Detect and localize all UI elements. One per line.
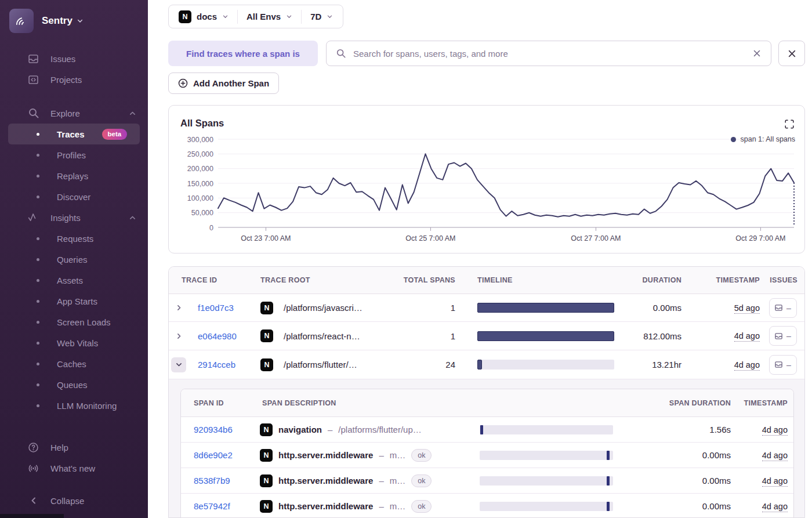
sidebar-item-label: What's new bbox=[50, 463, 95, 473]
sidebar-section-explore[interactable]: Explore bbox=[0, 103, 148, 124]
col-trace-id: TRACE ID bbox=[169, 276, 252, 284]
environment-selector[interactable]: All Envs bbox=[238, 5, 301, 28]
issues-count-button[interactable]: – bbox=[769, 355, 797, 375]
span-op: navigation bbox=[278, 425, 322, 434]
clear-search-icon[interactable] bbox=[752, 49, 762, 58]
bullet-icon bbox=[37, 342, 39, 345]
issues-count: – bbox=[786, 331, 791, 340]
col-trace-root: TRACE ROOT bbox=[252, 276, 397, 284]
span-id-link[interactable]: 920934b6 bbox=[194, 425, 233, 434]
date-range-selector[interactable]: 7D bbox=[302, 5, 342, 28]
timestamp-value[interactable]: 4d ago bbox=[762, 476, 788, 487]
obscured-bottom-element bbox=[0, 514, 64, 518]
sidebar-item-projects[interactable]: Projects bbox=[0, 69, 148, 90]
trace-id-link[interactable]: 2914cceb bbox=[198, 360, 235, 370]
sidebar-item-label: Requests bbox=[57, 234, 93, 244]
bullet-icon bbox=[37, 154, 39, 157]
span-description-text: m… bbox=[390, 501, 406, 511]
expand-trace-button[interactable] bbox=[169, 304, 188, 311]
spans-line-chart: 300,000250,000200,000150,000100,00050,00… bbox=[169, 106, 806, 254]
fullscreen-icon[interactable] bbox=[785, 119, 794, 129]
sidebar-item-queues[interactable]: Queues bbox=[8, 374, 140, 395]
chevron-down-icon bbox=[222, 13, 229, 20]
span-timeline-tick bbox=[607, 476, 610, 486]
sidebar-item-queries[interactable]: Queries bbox=[8, 249, 140, 270]
separator: – bbox=[379, 501, 383, 511]
timestamp-value[interactable]: 5d ago bbox=[734, 303, 760, 314]
chevron-up-icon bbox=[129, 110, 136, 117]
sidebar-item-llm-monitoring[interactable]: LLM Monitoring bbox=[8, 395, 140, 416]
bullet-icon bbox=[37, 300, 39, 303]
sidebar-item-label: Collapse bbox=[50, 496, 84, 506]
spans-table-header: SPAN ID SPAN DESCRIPTION SPAN DURATION T… bbox=[181, 389, 793, 417]
timeline-bar bbox=[477, 331, 614, 341]
date-range-selector-label: 7D bbox=[310, 12, 321, 21]
span-id-link[interactable]: 8e57942f bbox=[194, 501, 230, 511]
nextjs-icon: N bbox=[179, 10, 191, 23]
sidebar-item-whats-new[interactable]: What's new bbox=[0, 458, 148, 479]
sidebar-item-discover[interactable]: Discover bbox=[8, 186, 140, 207]
remove-span-row-button[interactable] bbox=[778, 41, 805, 66]
issues-icon bbox=[774, 360, 783, 369]
sidebar-item-label: Projects bbox=[50, 75, 82, 85]
span-timeline-track bbox=[480, 502, 613, 511]
trace-id-link[interactable]: f1e0d7c3 bbox=[198, 303, 234, 313]
span-row: 8d6e90e2 N http.server.middleware – m… o… bbox=[181, 443, 793, 468]
sidebar-item-app-starts[interactable]: App Starts bbox=[8, 291, 140, 311]
bullet-icon bbox=[37, 279, 39, 282]
span-id-link[interactable]: 8538f7b9 bbox=[194, 476, 230, 486]
expand-trace-button[interactable] bbox=[169, 332, 188, 340]
trace-id-link[interactable]: e064e980 bbox=[198, 331, 237, 341]
timestamp-value[interactable]: 4d ago bbox=[762, 502, 788, 512]
issues-count-button[interactable]: – bbox=[769, 326, 797, 346]
span-duration-value: 0.00ms bbox=[619, 501, 738, 511]
col-span-duration: SPAN DURATION bbox=[619, 399, 738, 407]
add-another-span-button[interactable]: Add Another Span bbox=[168, 73, 279, 94]
span-id-link[interactable]: 8d6e90e2 bbox=[194, 450, 233, 460]
expanded-trace-panel: SPAN ID SPAN DESCRIPTION SPAN DURATION T… bbox=[169, 379, 805, 518]
svg-text:Oct 23 7:00 AM: Oct 23 7:00 AM bbox=[241, 234, 291, 242]
sidebar-item-replays[interactable]: Replays bbox=[8, 165, 140, 186]
bullet-icon bbox=[37, 195, 39, 198]
span-search-input[interactable] bbox=[353, 49, 745, 59]
sidebar-item-assets[interactable]: Assets bbox=[8, 270, 140, 291]
timestamp-value[interactable]: 4d ago bbox=[734, 331, 760, 342]
sidebar-item-caches[interactable]: Caches bbox=[8, 353, 140, 374]
sidebar-item-profiles[interactable]: Profiles bbox=[8, 144, 140, 165]
svg-text:Oct 29 7:00 AM: Oct 29 7:00 AM bbox=[735, 234, 785, 242]
bullet-icon bbox=[37, 321, 39, 324]
nextjs-icon: N bbox=[260, 500, 273, 513]
total-spans-value: 24 bbox=[397, 360, 455, 370]
duration-value: 13.21hr bbox=[612, 360, 682, 370]
timestamp-value[interactable]: 4d ago bbox=[762, 425, 788, 436]
separator: – bbox=[379, 450, 383, 460]
timestamp-value[interactable]: 4d ago bbox=[734, 360, 760, 371]
issues-count-button[interactable]: – bbox=[769, 298, 797, 318]
sidebar-item-label: Screen Loads bbox=[57, 317, 111, 327]
trace-root-text: /platforms/react-n… bbox=[284, 331, 360, 341]
sidebar-item-screen-loads[interactable]: Screen Loads bbox=[8, 311, 140, 332]
sidebar-item-requests[interactable]: Requests bbox=[8, 228, 140, 249]
timestamp-value[interactable]: 4d ago bbox=[762, 451, 788, 461]
org-switcher[interactable]: Sentry bbox=[9, 8, 148, 34]
sidebar-item-issues[interactable]: Issues bbox=[0, 48, 148, 69]
project-selector[interactable]: N docs bbox=[170, 5, 237, 28]
sidebar-item-label: Assets bbox=[57, 276, 83, 285]
col-span-id: SPAN ID bbox=[181, 399, 245, 407]
sidebar-item-label: Caches bbox=[57, 359, 86, 369]
collapse-trace-button[interactable] bbox=[171, 357, 186, 372]
bullet-icon bbox=[37, 383, 39, 386]
sidebar-collapse-button[interactable]: Collapse bbox=[0, 490, 148, 511]
timeline-track bbox=[477, 360, 614, 370]
span-row: 8538f7b9 N http.server.middleware – m… o… bbox=[181, 468, 793, 494]
sidebar-section-insights[interactable]: Insights bbox=[0, 207, 148, 228]
chevron-down-icon bbox=[327, 13, 333, 20]
sidebar-item-help[interactable]: Help bbox=[0, 437, 148, 458]
sidebar-item-web-vitals[interactable]: Web Vitals bbox=[8, 332, 140, 353]
broadcast-icon bbox=[27, 462, 39, 474]
col-issues: ISSUES bbox=[760, 276, 805, 284]
beta-badge: beta bbox=[102, 129, 128, 140]
span-search-box bbox=[326, 41, 771, 66]
sidebar-item-traces[interactable]: Traces beta bbox=[8, 124, 140, 144]
svg-text:Oct 27 7:00 AM: Oct 27 7:00 AM bbox=[571, 234, 621, 242]
